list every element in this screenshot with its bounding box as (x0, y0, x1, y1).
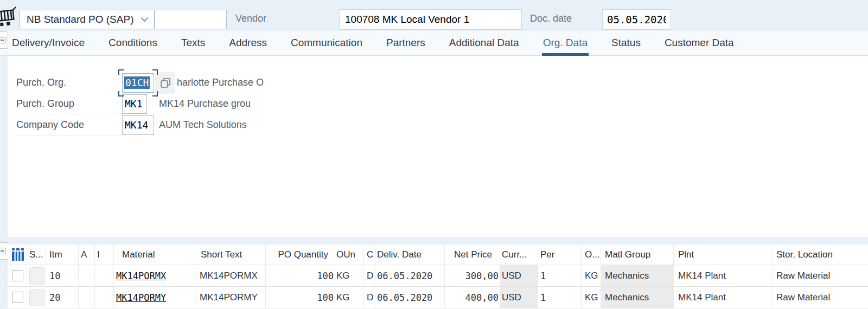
matl-group-cell[interactable]: Mechanics (601, 265, 674, 287)
tab-status[interactable]: Status (611, 31, 641, 55)
po-quantity-cell[interactable]: 100 (266, 287, 335, 308)
copy-icon (160, 78, 171, 88)
status-chip (29, 289, 44, 306)
col-header-oun[interactable]: OUn (335, 244, 363, 265)
curr-cell[interactable]: USD (500, 287, 538, 308)
col-header-plnt[interactable]: Plnt (674, 244, 773, 265)
purch-group-description: MK14 Purchase grou (159, 98, 251, 110)
select-all-button[interactable] (8, 244, 27, 265)
collapse-item-overview-button[interactable] (0, 242, 8, 260)
po-type-selected-value: NB Standard PO (SAP) (27, 14, 141, 25)
plnt-cell[interactable]: MK14 Plant (674, 265, 773, 287)
purch-org-selected-text: 01CH (124, 76, 150, 89)
col-header-deliv-date[interactable]: Deliv. Date (375, 244, 445, 265)
i-cell (95, 287, 114, 308)
tab-texts[interactable]: Texts (181, 31, 205, 55)
col-header-matl-group[interactable]: Matl Group (601, 244, 674, 265)
row-status-cell[interactable] (27, 287, 46, 308)
col-header-status[interactable]: S... (27, 244, 46, 265)
item-detail-tabstrip: Delivery/Invoice Conditions Texts Addres… (0, 31, 868, 56)
table-row: 20 MK14PORMY MK14PORMY 100 KG D 06.05.20… (8, 287, 868, 308)
matl-group-cell[interactable]: Mechanics (601, 287, 674, 308)
net-price-cell[interactable]: 400,00 (445, 287, 500, 308)
purch-group-label: Purch. Group (16, 93, 122, 114)
org-data-tab-panel: Purch. Org. 01CH harlotte Purchase O Pur… (8, 56, 868, 237)
po-type-dropdown[interactable]: NB Standard PO (SAP) (20, 10, 155, 29)
purch-org-input[interactable]: 01CH (122, 73, 154, 93)
vendor-label: Vendor (228, 9, 338, 29)
short-text-cell[interactable]: MK14PORMY (195, 287, 266, 308)
curr-cell[interactable]: USD (500, 265, 538, 287)
i-cell (95, 265, 114, 287)
doc-date-input[interactable] (602, 9, 671, 30)
purch-group-input[interactable]: MK1 (122, 94, 147, 114)
row-status-cell[interactable] (27, 265, 46, 287)
table-header-row: S... Itm A I Material Short Text PO Quan… (8, 244, 868, 265)
col-header-c[interactable]: C (363, 244, 375, 265)
company-code-label: Company Code (16, 114, 122, 136)
material-link[interactable]: MK14PORMY (116, 292, 166, 303)
row-select-checkbox[interactable] (12, 270, 23, 281)
oun-cell[interactable]: KG (335, 287, 363, 308)
c-cell[interactable]: D (363, 287, 375, 308)
status-chip (29, 267, 44, 285)
itm-cell: 10 (46, 265, 79, 287)
table-row: 10 MK14PORMX MK14PORMX 100 KG D 06.05.20… (8, 265, 868, 287)
document-header-bar: NB Standard PO (SAP) Vendor Doc. date (0, 0, 868, 31)
collapse-icon (0, 248, 5, 254)
purch-org-label: Purch. Org. (16, 72, 122, 93)
doc-date-label: Doc. date (522, 9, 601, 29)
col-header-short-text[interactable]: Short Text (195, 244, 266, 265)
a-cell (79, 265, 95, 287)
tab-address[interactable]: Address (229, 31, 267, 55)
stor-location-cell[interactable]: Raw Material (773, 265, 868, 287)
company-code-input[interactable]: MK14 (122, 115, 154, 135)
collapse-header-button[interactable] (0, 31, 8, 49)
col-header-itm[interactable]: Itm (46, 244, 79, 265)
table-select-all-icon (12, 248, 24, 261)
purch-group-row: Purch. Group MK1 MK14 Purchase grou (16, 93, 868, 114)
net-price-cell[interactable]: 300,00 (445, 265, 500, 287)
deliv-date-cell[interactable]: 06.05.2020 (375, 287, 445, 308)
po-org-data-screen: NB Standard PO (SAP) Vendor Doc. date De… (0, 0, 868, 309)
tab-customer-data[interactable]: Customer Data (665, 31, 734, 55)
col-header-po-quantity[interactable]: PO Quantity (266, 244, 335, 265)
tab-delivery-invoice[interactable]: Delivery/Invoice (12, 31, 85, 55)
col-header-a[interactable]: A (79, 244, 95, 265)
col-header-o[interactable]: O... (582, 244, 601, 265)
col-header-per[interactable]: Per (538, 244, 582, 265)
col-header-material[interactable]: Material (114, 244, 195, 265)
plnt-cell[interactable]: MK14 Plant (674, 287, 773, 308)
col-header-i[interactable]: I (95, 244, 114, 265)
vendor-input[interactable] (339, 9, 522, 30)
tab-communication[interactable]: Communication (291, 31, 362, 55)
stor-location-cell[interactable]: Raw Material (773, 287, 868, 308)
tab-conditions[interactable]: Conditions (108, 31, 157, 55)
a-cell (79, 287, 95, 308)
po-number-input[interactable] (155, 10, 227, 29)
short-text-cell[interactable]: MK14PORMX (195, 265, 266, 287)
row-select-checkbox[interactable] (12, 292, 23, 303)
tab-org-data[interactable]: Org. Data (543, 31, 588, 55)
col-header-curr[interactable]: Curr... (500, 244, 538, 265)
per-cell[interactable]: 1 (538, 265, 582, 287)
oun-cell[interactable]: KG (335, 265, 363, 287)
c-cell[interactable]: D (363, 265, 375, 287)
purch-org-description: harlotte Purchase O (177, 77, 264, 88)
tab-additional-data[interactable]: Additional Data (449, 31, 519, 55)
purchase-order-cart-icon (0, 7, 18, 28)
deliv-date-cell[interactable]: 06.05.2020 (375, 265, 445, 287)
opu-cell[interactable]: KG (582, 265, 601, 287)
company-code-description: AUM Tech Solutions (159, 119, 247, 131)
opu-cell[interactable]: KG (582, 287, 601, 308)
po-quantity-cell[interactable]: 100 (266, 265, 335, 287)
chevron-down-icon (141, 17, 149, 22)
copy-button[interactable] (155, 72, 175, 94)
per-cell[interactable]: 1 (538, 287, 582, 308)
collapse-icon (0, 37, 5, 43)
material-link[interactable]: MK14PORMX (116, 271, 166, 281)
col-header-net-price[interactable]: Net Price (445, 244, 500, 265)
tab-partners[interactable]: Partners (386, 31, 425, 55)
purch-org-field-focus: 01CH (122, 73, 154, 93)
col-header-stor-location[interactable]: Stor. Location (773, 244, 868, 265)
